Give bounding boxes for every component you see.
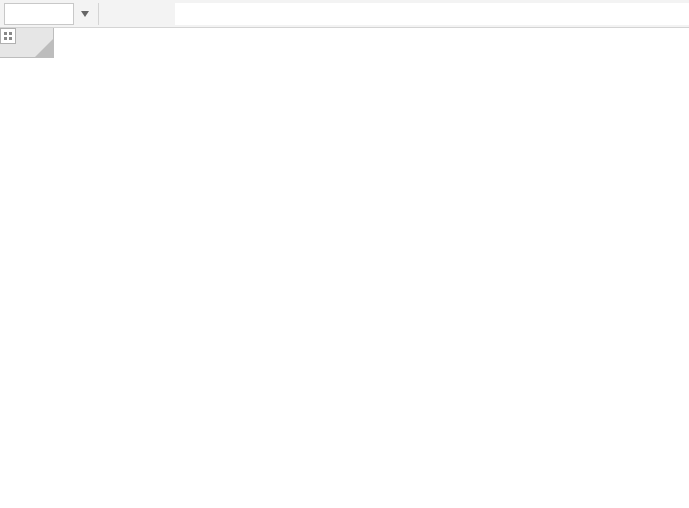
svg-marker-1 [35, 39, 53, 57]
cancel-button[interactable] [105, 3, 127, 25]
enter-button[interactable] [127, 3, 149, 25]
chevron-down-icon [81, 11, 89, 17]
select-all-icon [35, 39, 53, 57]
insert-function-button[interactable] [149, 3, 171, 25]
separator [98, 3, 99, 25]
formula-bar [0, 0, 689, 28]
name-box-dropdown[interactable] [78, 3, 92, 25]
name-box[interactable] [4, 3, 74, 25]
svg-marker-0 [81, 11, 89, 17]
formula-input[interactable] [175, 3, 689, 25]
autofill-options-button[interactable] [0, 28, 16, 44]
